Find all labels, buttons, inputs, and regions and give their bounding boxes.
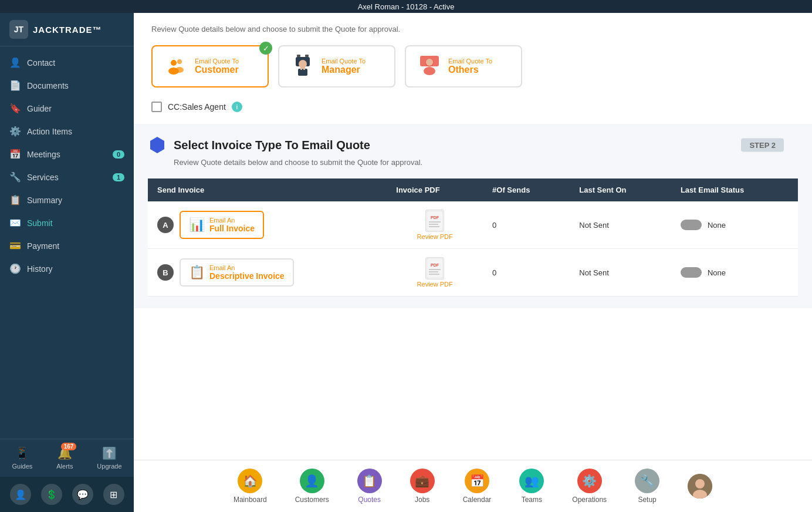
history-icon: 🕐 [9, 263, 21, 274]
sidebar-item-action-items[interactable]: ⚙️ Action Items [0, 120, 134, 143]
cc-info-icon[interactable]: i [232, 102, 242, 112]
upgrade-label: Upgrade [97, 463, 121, 470]
tool-dollar-icon[interactable]: 💲 [41, 484, 62, 505]
svg-rect-16 [427, 211, 443, 231]
row-a-email-btn[interactable]: 📊 Email An Full Invoice [180, 211, 264, 239]
cc-row: CC:Sales Agent i [151, 102, 794, 112]
bottom-nav-quotes[interactable]: 📋 Quotes [343, 465, 396, 507]
row-b-label-sm: Email An [209, 264, 285, 271]
alerts-label: Alerts [56, 463, 73, 470]
svg-rect-19 [429, 224, 438, 225]
svg-marker-15 [150, 137, 164, 153]
cc-checkbox[interactable] [151, 102, 162, 112]
step2-title: Select Invoice Type To Email Quote [174, 139, 370, 152]
others-btn-icon [418, 55, 441, 78]
step2-header: Select Invoice Type To Email Quote STEP … [148, 136, 798, 154]
bottom-nav-jobs[interactable]: 💼 Jobs [396, 465, 449, 507]
main-content: Review Quote details below and choose to… [134, 13, 812, 512]
sidebar-item-guider[interactable]: 🔖 Guider [0, 97, 134, 120]
sidebar-item-summary[interactable]: 📋 Summary [0, 188, 134, 211]
row-b-btn-text: Email An Descriptive Invoice [209, 264, 285, 281]
svg-rect-23 [429, 269, 441, 270]
col-invoice-pdf: Invoice PDF [387, 178, 483, 201]
quotes-icon: 📋 [357, 469, 382, 493]
svg-rect-8 [303, 66, 305, 70]
tool-grid-icon[interactable]: ⊞ [103, 484, 124, 505]
sidebar-bottom-upgrade[interactable]: ⬆️ Upgrade [97, 446, 121, 470]
email-btn-others[interactable]: Email Quote To Others [405, 45, 522, 87]
sidebar-item-payment[interactable]: 💳 Payment [0, 234, 134, 257]
row-b-email-btn[interactable]: 📋 Email An Descriptive Invoice [180, 258, 294, 287]
svg-point-5 [299, 60, 307, 68]
email-btn-manager[interactable]: Email Quote To Manager [278, 45, 395, 87]
email-btn-customer[interactable]: Email Quote To Customer ✓ [151, 45, 269, 87]
submit-icon: ✉️ [9, 217, 21, 228]
manager-btn-title: Manager [322, 65, 366, 75]
guides-icon: 📱 [15, 446, 29, 460]
logo-text: JACKTRADE™ [33, 25, 102, 35]
sidebar-label-guider: Guider [27, 104, 52, 113]
sidebar: JT JACKTRADE™ 👤 Contact 📄 Documents 🔖 Gu… [0, 13, 134, 512]
customer-btn-label: Email Quote To [195, 58, 239, 65]
invoice-table-header: Send Invoice Invoice PDF #Of Sends Last … [148, 178, 798, 201]
top-bar: Axel Roman - 10128 - Active [0, 0, 812, 13]
teams-label: Teams [522, 496, 542, 504]
bottom-nav-setup[interactable]: 🔧 Setup [621, 465, 674, 507]
customers-icon: 👤 [300, 469, 324, 493]
sidebar-item-services[interactable]: 🔧 Services 1 [0, 166, 134, 188]
bottom-nav-operations[interactable]: ⚙️ Operations [558, 465, 621, 507]
row-a-status-label: None [708, 221, 726, 230]
bottom-nav-teams[interactable]: 👥 Teams [505, 465, 558, 507]
svg-text:PDF: PDF [431, 263, 439, 267]
svg-point-14 [424, 67, 435, 75]
sidebar-label-summary: Summary [27, 196, 62, 205]
user-avatar[interactable] [688, 474, 712, 498]
col-of-sends: #Of Sends [483, 178, 570, 201]
row-a-label-sm: Email An [209, 217, 255, 224]
row-a-label-lg: Full Invoice [209, 224, 255, 233]
services-icon: 🔧 [9, 171, 21, 183]
bottom-nav: 🏠 Mainboard 👤 Customers 📋 Quotes 💼 Jobs … [134, 460, 812, 512]
email-buttons-row: Email Quote To Customer ✓ [151, 45, 794, 87]
svg-rect-24 [429, 271, 438, 272]
tool-user-icon[interactable]: 👤 [10, 484, 31, 505]
row-a-pdf-review[interactable]: PDF Review PDF [396, 210, 473, 240]
bottom-nav-customers[interactable]: 👤 Customers [281, 465, 343, 507]
operations-icon: ⚙️ [577, 469, 602, 493]
manager-btn-text: Email Quote To Manager [322, 58, 366, 75]
content-inner: Review Quote details below and choose to… [134, 13, 812, 320]
others-btn-text: Email Quote To Others [448, 58, 492, 75]
svg-rect-10 [305, 55, 309, 57]
sidebar-item-contact[interactable]: 👤 Contact [0, 51, 134, 74]
manager-btn-label: Email Quote To [322, 58, 366, 65]
bottom-nav-avatar[interactable] [674, 470, 726, 502]
sidebar-item-documents[interactable]: 📄 Documents [0, 74, 134, 97]
row-b-toggle[interactable] [681, 267, 702, 278]
svg-rect-18 [429, 221, 441, 223]
sidebar-bottom-guides[interactable]: 📱 Guides [12, 446, 32, 470]
sidebar-item-history[interactable]: 🕐 History [0, 257, 134, 280]
row-b-status-label: None [708, 268, 726, 277]
sidebar-bottom-alerts[interactable]: 167 🔔 Alerts [56, 446, 73, 470]
sidebar-label-action-items: Action Items [27, 127, 72, 136]
bottom-nav-mainboard[interactable]: 🏠 Mainboard [219, 465, 281, 507]
sidebar-item-submit[interactable]: ✉️ Submit [0, 211, 134, 234]
row-a-sends: 0 [483, 201, 570, 249]
svg-rect-6 [298, 69, 307, 76]
meetings-icon: 📅 [9, 149, 21, 160]
row-b-pdf-review[interactable]: PDF Review PDF [396, 257, 473, 288]
cc-label: CC:Sales Agent [168, 102, 226, 112]
customer-btn-icon [164, 55, 188, 78]
bottom-nav-calendar[interactable]: 📅 Calendar [449, 465, 506, 507]
col-send-invoice: Send Invoice [148, 178, 387, 201]
sidebar-bottom: 📱 Guides 167 🔔 Alerts ⬆️ Upgrade [0, 439, 134, 477]
row-b-send: B 📋 Email An Descriptive Invoice [148, 249, 387, 297]
payment-icon: 💳 [9, 240, 21, 251]
sidebar-item-meetings[interactable]: 📅 Meetings 0 [0, 143, 134, 166]
full-invoice-icon: 📊 [189, 217, 205, 233]
sidebar-label-history: History [27, 264, 53, 274]
row-a-toggle[interactable] [681, 220, 702, 230]
jobs-icon: 💼 [410, 469, 435, 493]
svg-rect-21 [427, 258, 443, 278]
tool-chat-icon[interactable]: 💬 [72, 484, 93, 505]
